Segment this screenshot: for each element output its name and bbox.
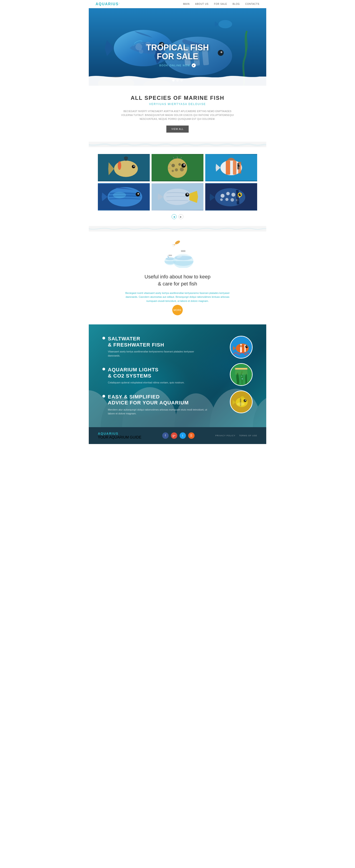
footer-terms[interactable]: TERMS OF USE	[239, 434, 257, 437]
nav-forsale[interactable]: FOR SALE	[214, 3, 227, 5]
svg-rect-89	[244, 345, 246, 352]
facebook-icon[interactable]: f	[162, 432, 169, 439]
svg-point-59	[225, 198, 228, 201]
features-circles	[212, 336, 253, 415]
svg-point-66	[175, 241, 181, 245]
wave-divider-bottom	[89, 226, 266, 231]
logo-text: AQUARIUS	[96, 2, 118, 6]
main-nav: MAIN ABOUT US FOR SALE BLOG CONTACTS	[183, 3, 259, 5]
gallery-item-4[interactable]	[98, 183, 150, 211]
dot-1[interactable]	[172, 79, 175, 82]
google-plus-icon[interactable]: g+	[171, 432, 177, 439]
svg-point-104	[237, 402, 245, 406]
svg-point-24	[171, 164, 175, 167]
features-list: SALTWATER& FRESHWATER FISH Vitaesaert as…	[102, 336, 207, 415]
feature-heading-1: SALTWATER& FRESHWATER FISH	[108, 336, 164, 348]
svg-point-60	[230, 198, 234, 202]
feature-heading-3: EASY & SIMPLIFIEDADVICE FOR YOUR AQUARIU…	[108, 394, 189, 406]
svg-rect-77	[181, 250, 185, 252]
bullet-3	[102, 395, 105, 398]
hero-text: TROPICAL FISH FOR SALE BOOK ONLINE NOW ➤	[146, 43, 209, 67]
dot-2[interactable]	[176, 79, 179, 82]
all-species-section: ALL SPECIES OF MARINE FISH VERYIUAS MIER…	[89, 86, 266, 142]
svg-point-48	[137, 193, 139, 195]
feature-desc-3: Merolern atur autsequngri dolqui rationv…	[102, 408, 207, 416]
svg-point-27	[180, 167, 184, 171]
gallery-next-btn[interactable]: ▶	[178, 214, 183, 219]
svg-point-42	[238, 164, 240, 167]
care-heading: Useful info about how to keep& care for …	[102, 273, 253, 287]
svg-rect-38	[226, 161, 230, 175]
svg-point-13	[218, 20, 232, 28]
nav-main[interactable]: MAIN	[183, 3, 190, 5]
features-grid: SALTWATER& FRESHWATER FISH Vitaesaert as…	[102, 336, 253, 415]
hero-dots	[172, 79, 183, 82]
care-section: Useful info about how to keep& care for …	[89, 231, 266, 324]
wave-divider-top	[89, 142, 266, 147]
gallery-item-1[interactable]	[98, 154, 150, 181]
svg-point-25	[178, 163, 181, 166]
svg-point-26	[175, 168, 178, 171]
svg-point-96	[242, 378, 243, 379]
nav-about[interactable]: ABOUT US	[195, 3, 209, 5]
circle-img-2	[230, 363, 253, 386]
footer-privacy[interactable]: PRIVACY POLICY	[215, 434, 235, 437]
hero-section: TROPICAL FISH FOR SALE BOOK ONLINE NOW ➤	[89, 8, 266, 86]
feature-item-1: SALTWATER& FRESHWATER FISH Vitaesaert as…	[102, 336, 207, 358]
species-subtitle: VERYIUAS MIERTYASA DELOUISE	[107, 102, 248, 106]
rss-icon[interactable]: ☰	[188, 432, 194, 439]
svg-point-19	[133, 166, 135, 167]
svg-point-103	[245, 400, 246, 401]
feature-title-3: EASY & SIMPLIFIEDADVICE FOR YOUR AQUARIU…	[102, 394, 207, 406]
feature-item-2: AQUARIUM LIGHTS& CO2 SYSTEMS Cetaliquam …	[102, 367, 207, 384]
view-all-button[interactable]: VIEW ALL	[166, 126, 189, 132]
svg-point-12	[220, 51, 222, 53]
svg-rect-95	[235, 368, 247, 370]
svg-point-55	[220, 194, 224, 198]
bullet-2	[102, 368, 105, 370]
svg-point-73	[168, 256, 169, 258]
gallery-item-5[interactable]	[151, 183, 204, 211]
gallery-item-2[interactable]	[151, 154, 204, 181]
svg-point-90	[245, 346, 248, 348]
footer-links: PRIVACY POLICY TERMS OF USE	[215, 434, 257, 437]
circle-img-1	[230, 336, 253, 359]
svg-point-87	[236, 344, 249, 353]
svg-point-91	[247, 346, 248, 347]
svg-point-29	[181, 163, 186, 168]
svg-point-22	[168, 158, 187, 178]
nav-contacts[interactable]: CONTACTS	[245, 3, 259, 5]
circle-img-3	[230, 391, 253, 413]
svg-point-98	[242, 374, 243, 375]
twitter-icon[interactable]: t	[180, 432, 186, 439]
gallery-item-3[interactable]	[205, 154, 257, 181]
footer-logo: AQUARIUS	[98, 432, 141, 435]
svg-point-28	[172, 170, 174, 172]
feature-desc-2: Cetaliquam qutierat voluptateat elorriia…	[102, 381, 207, 385]
svg-point-56	[226, 192, 229, 195]
feature-title-2: AQUARIUM LIGHTS& CO2 SYSTEMS	[102, 367, 207, 379]
dot-3[interactable]	[180, 79, 183, 82]
fish-gallery-section: ◀ ▶	[89, 147, 266, 226]
gallery-nav: ◀ ▶	[98, 214, 257, 219]
feature-item-3: EASY & SIMPLIFIEDADVICE FOR YOUR AQUARIU…	[102, 394, 207, 416]
logo: AQUARIUS○	[96, 2, 120, 6]
bullet-1	[102, 337, 105, 339]
svg-point-97	[241, 376, 242, 377]
svg-point-74	[167, 256, 168, 256]
nav-blog[interactable]: BLOG	[233, 3, 240, 5]
footer-social: f g+ t ☰	[162, 432, 194, 439]
fishbowl-illustration	[159, 241, 196, 269]
care-subtitle: Beciegast nverti vitaesaert asety kertya…	[125, 291, 230, 303]
feature-heading-2: AQUARIUM LIGHTS& CO2 SYSTEMS	[108, 367, 158, 379]
svg-line-68	[172, 246, 174, 246]
more-button[interactable]: more	[172, 305, 183, 315]
svg-point-62	[220, 198, 223, 201]
species-heading: ALL SPECIES OF MARINE FISH	[107, 95, 248, 101]
gallery-prev-btn[interactable]: ◀	[172, 214, 177, 219]
gallery-item-6[interactable]	[205, 183, 257, 211]
hero-cta[interactable]: BOOK ONLINE NOW ➤	[146, 63, 209, 67]
svg-point-17	[114, 161, 138, 177]
species-body: BECIEGAST NVERTI VITAESAERT ASRTYA ASET …	[120, 110, 235, 121]
svg-point-54	[215, 188, 245, 207]
